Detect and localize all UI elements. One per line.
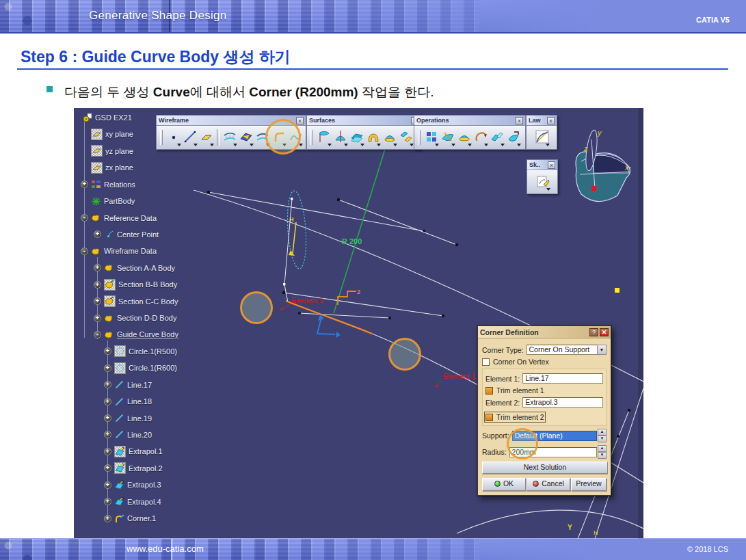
tree-item-guide-curve-body[interactable]: -Guide Curve Body — [94, 327, 178, 342]
tree-item-extrapol-4[interactable]: +Extrapol.4 — [104, 494, 161, 509]
dropdown-caret-icon[interactable] — [546, 144, 550, 146]
dropdown-caret-icon[interactable] — [484, 144, 488, 146]
close-icon[interactable]: x — [516, 117, 523, 124]
tree-item-label[interactable]: Section B-B Body — [118, 280, 177, 289]
ok-button[interactable]: OK — [482, 478, 526, 491]
trim-icon[interactable] — [456, 129, 472, 146]
offset-icon[interactable] — [349, 129, 365, 146]
join-icon[interactable] — [423, 129, 440, 146]
extrude-icon[interactable] — [316, 129, 332, 146]
expander-plus-icon[interactable]: + — [104, 381, 111, 388]
tree-item-line-19[interactable]: +Line.19 — [104, 411, 152, 426]
close-icon[interactable]: x — [296, 117, 304, 124]
expander-plus-icon[interactable]: + — [81, 181, 88, 188]
tree-item-label[interactable]: Reference Data — [104, 214, 157, 222]
dropdown-caret-icon[interactable] — [299, 144, 303, 146]
expander-plus-icon[interactable]: + — [104, 448, 111, 455]
tree-item-label[interactable]: Extrapol.2 — [129, 464, 163, 472]
tree-item-label[interactable]: PartBody — [104, 197, 135, 205]
tree-item-xy-plane[interactable]: +xy plane — [81, 126, 133, 142]
tree-item-label[interactable]: Line.18 — [127, 397, 152, 405]
tree-item-line-17[interactable]: +Line.17 — [104, 377, 152, 392]
tree-item-label[interactable]: Center Point — [117, 230, 159, 239]
law-icon[interactable] — [534, 129, 550, 146]
tree-item-line-18[interactable]: +Line.18 — [104, 394, 152, 409]
website-link[interactable]: www.edu-catia.com — [126, 544, 204, 554]
dropdown-caret-icon[interactable] — [546, 188, 550, 191]
tree-item-label[interactable]: Corner.1 — [127, 514, 156, 522]
expander-plus-icon[interactable]: + — [104, 414, 111, 422]
transform-icon[interactable] — [505, 129, 522, 146]
help-icon[interactable]: ? — [589, 328, 598, 336]
tree-item-label[interactable]: xy plane — [105, 130, 133, 138]
tree-item-yz-plane[interactable]: +yz plane — [81, 144, 133, 159]
point-icon[interactable] — [165, 129, 182, 146]
tree-item-extrapol-3[interactable]: +Extrapol.3 — [104, 477, 161, 492]
expander-plus-icon[interactable]: + — [104, 364, 111, 372]
projection-icon[interactable] — [222, 129, 238, 146]
tree-item-label[interactable]: Extrapol.1 — [129, 447, 163, 455]
expander-plus-icon[interactable]: + — [104, 431, 111, 438]
radius-spinner[interactable]: ▲▼ — [598, 445, 607, 459]
dropdown-caret-icon[interactable] — [194, 144, 198, 146]
dropdown-caret-icon[interactable] — [435, 144, 439, 146]
tree-item-label[interactable]: Relations — [104, 181, 135, 189]
tree-item-section-c-c-body[interactable]: +Section C-C Body — [94, 294, 178, 309]
tree-item-label[interactable]: Wireframe Data — [104, 247, 157, 255]
boundary-icon[interactable] — [472, 129, 489, 146]
tree-item-zx-plane[interactable]: +zx plane — [81, 160, 133, 175]
tree-item-section-d-d-body[interactable]: +Section D-D Body — [94, 310, 176, 325]
fill-icon[interactable] — [382, 129, 398, 146]
tree-item-section-b-b-body[interactable]: +Section B-B Body — [94, 277, 177, 292]
dropdown-caret-icon[interactable] — [177, 144, 181, 146]
expander-plus-icon[interactable]: + — [104, 398, 111, 405]
close-icon[interactable]: x — [548, 161, 555, 169]
tree-item-label[interactable]: Extrapol.3 — [127, 481, 161, 489]
dropdown-caret-icon[interactable] — [468, 144, 472, 146]
tree-item-section-a-a-body[interactable]: +Section A-A Body — [94, 261, 175, 276]
tree-item-gsd-ex21[interactable]: +GSD EX21 — [74, 110, 132, 125]
dropdown-caret-icon[interactable] — [233, 144, 237, 146]
preview-button[interactable]: Preview — [571, 478, 607, 491]
close-icon[interactable]: ✕ — [600, 328, 609, 336]
tree-item-reference-data[interactable]: -Reference Data — [81, 211, 157, 226]
expander-plus-icon[interactable]: + — [104, 515, 111, 522]
revolve-icon[interactable] — [332, 129, 349, 146]
expander-plus-icon[interactable]: + — [94, 230, 101, 238]
support-spinner[interactable]: ▲▼ — [598, 429, 607, 442]
toolbar-grip[interactable] — [160, 130, 163, 145]
dropdown-caret-icon[interactable] — [517, 144, 521, 146]
dialog-titlebar[interactable]: Corner Definition ? ✕ — [478, 326, 611, 338]
next-solution-button[interactable]: Next Solution — [482, 462, 608, 474]
trim-element1-checkbox[interactable] — [485, 387, 493, 395]
tree-item-circle-1-r500-[interactable]: +Circle.1(R500) — [104, 344, 177, 359]
tree-item-label[interactable]: zx plane — [105, 163, 133, 172]
tree-item-partbody[interactable]: +PartBody — [81, 194, 135, 209]
tree-item-label[interactable]: Section C-C Body — [118, 297, 178, 306]
intersection-icon[interactable] — [238, 129, 254, 146]
dropdown-caret-icon[interactable] — [451, 144, 455, 146]
blend-icon[interactable] — [398, 129, 414, 146]
tree-item-label[interactable]: Guide Curve Body — [117, 330, 178, 338]
tree-item-label[interactable]: Line.20 — [127, 431, 152, 439]
tree-item-label[interactable]: Section A-A Body — [117, 264, 175, 272]
chevron-down-icon[interactable]: ▼ — [597, 345, 607, 355]
line-icon[interactable] — [182, 129, 198, 146]
cancel-button[interactable]: Cancel — [527, 478, 570, 491]
sweep-icon[interactable] — [365, 129, 382, 146]
element1-field[interactable]: Line.17 — [522, 373, 603, 384]
dropdown-caret-icon[interactable] — [377, 144, 381, 146]
expander-minus-icon[interactable]: - — [81, 248, 88, 255]
tree-item-relations[interactable]: +Relations — [81, 177, 135, 192]
tree-item-label[interactable]: yz plane — [105, 147, 133, 155]
tree-item-label[interactable]: Section D-D Body — [117, 314, 176, 322]
expander-plus-icon[interactable]: + — [104, 464, 111, 472]
tree-item-extrapol-2[interactable]: +Extrapol.2 — [104, 461, 163, 476]
dropdown-caret-icon[interactable] — [210, 144, 214, 146]
expander-plus-icon[interactable]: + — [94, 297, 101, 305]
tree-item-corner-1[interactable]: +Corner.1 — [104, 511, 156, 526]
tree-item-label[interactable]: Extrapol.4 — [127, 498, 161, 506]
expander-plus-icon[interactable]: + — [104, 498, 111, 505]
tree-item-line-20[interactable]: +Line.20 — [104, 427, 152, 442]
expander-plus-icon[interactable]: + — [94, 264, 101, 271]
